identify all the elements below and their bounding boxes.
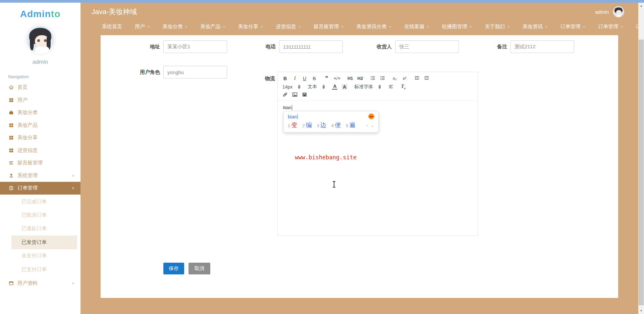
tab-close-icon[interactable]: × [147, 24, 150, 29]
indent-icon [424, 75, 429, 81]
tab-close-icon[interactable]: × [621, 24, 623, 29]
sidebar-item-beauty-category[interactable]: 美妆分类 [0, 106, 80, 119]
save-button[interactable]: 保存 [163, 263, 184, 274]
cancel-button[interactable]: 取消 [189, 263, 210, 274]
user-avatar[interactable] [25, 24, 56, 55]
tab-close-icon[interactable]: × [185, 24, 188, 29]
topbar-username[interactable]: admin [595, 9, 609, 15]
tab-close-icon[interactable]: × [583, 24, 586, 29]
ordered-list-button[interactable] [370, 75, 375, 82]
alignment-button[interactable] [388, 84, 393, 90]
sidebar-item-order-mgmt[interactable]: 订单管理 ∧ [0, 182, 80, 195]
ime-candidate[interactable]: 2编 [302, 121, 312, 129]
editor-content[interactable]: bian bian 1变 2编 3边 4便 5遍 ›⌄ [278, 101, 478, 235]
tab[interactable]: 在线客服× [401, 21, 432, 32]
tab-close-icon[interactable]: × [545, 24, 548, 29]
bullet-list-button[interactable] [380, 75, 385, 82]
sidebar-item-home[interactable]: 首页 [0, 81, 80, 94]
heading2-button[interactable]: H2 [358, 76, 363, 81]
user-role-label: 用户角色 [123, 69, 160, 75]
user-role-input[interactable] [163, 66, 227, 78]
app-logo[interactable]: Adminto [0, 3, 80, 19]
underline-button[interactable]: U [302, 76, 307, 81]
scrollbar-thumb[interactable] [639, 40, 644, 305]
ime-logo-icon[interactable] [368, 113, 374, 119]
font-size-select[interactable]: 14px [282, 84, 301, 90]
tab[interactable]: 美妆分类× [160, 21, 191, 32]
tab-close-icon[interactable]: × [427, 24, 429, 29]
ime-candidate[interactable]: 5遍 [346, 121, 355, 129]
image-button[interactable] [292, 92, 298, 98]
tab[interactable]: 美妆产品× [198, 21, 228, 32]
tab[interactable]: 美妆分享× [235, 21, 266, 32]
indent-button[interactable] [424, 75, 429, 82]
scroll-down-icon[interactable]: ▼ [638, 309, 644, 312]
submenu-paid-orders[interactable]: 已支付订单 [0, 263, 80, 276]
submenu-unpaid-orders[interactable]: 未支付订单 [0, 249, 80, 263]
tab[interactable]: 订单管理× [633, 21, 638, 32]
ime-candidate[interactable]: 4便 [331, 121, 341, 129]
tab-label: 订单管理 [560, 23, 581, 30]
vertical-scrollbar[interactable]: ▲ ▼ [638, 3, 644, 314]
tab-close-icon[interactable]: × [223, 24, 225, 29]
ime-candidate[interactable]: 1变 [288, 121, 297, 129]
heading1-button[interactable]: H1 [347, 76, 353, 81]
tab-close-icon[interactable]: × [389, 24, 392, 29]
paragraph-format-select[interactable]: 文本 [308, 84, 325, 90]
tab[interactable]: 轮播图管理× [439, 21, 475, 32]
submenu-label: 已发货订单 [21, 239, 47, 246]
ime-expand-icon[interactable]: ⌄ [371, 123, 374, 128]
topbar-avatar[interactable] [613, 6, 624, 17]
superscript-button[interactable]: x² [402, 76, 407, 81]
font-family-select[interactable]: 标准字体 [354, 84, 381, 90]
sidebar-item-message-board[interactable]: 留言板管理 [0, 157, 80, 169]
user-icon [9, 173, 14, 178]
logistics-richtext-editor: B I U S ❞ </> H1 H2 x₂ x² 14px [277, 72, 478, 236]
italic-button[interactable]: I [292, 76, 298, 81]
ime-candidate[interactable]: 3边 [317, 121, 326, 129]
submenu-cancelled-orders[interactable]: 已取消订单 [0, 208, 80, 222]
link-button[interactable] [282, 92, 288, 98]
editor-toolbar: B I U S ❞ </> H1 H2 x₂ x² 14px [278, 72, 478, 101]
bold-button[interactable]: B [282, 76, 288, 81]
text-color-button[interactable]: A [332, 84, 337, 90]
tab-system-home[interactable]: 系统首页 [99, 21, 125, 32]
sidebar-item-system-mgmt[interactable]: 系统管理 ∨ [0, 169, 80, 182]
note-input[interactable] [511, 40, 574, 53]
sidebar-item-users[interactable]: 用户 [0, 94, 80, 107]
submenu-completed-orders[interactable]: 已完成订单 [0, 195, 80, 208]
address-input[interactable] [163, 40, 227, 53]
receiver-input[interactable] [395, 40, 459, 53]
strikethrough-button[interactable]: S [312, 76, 317, 81]
blockquote-button[interactable]: ❞ [324, 77, 329, 80]
clear-format-button[interactable]: Tx [400, 84, 406, 90]
tab[interactable]: 关于我们× [482, 21, 513, 32]
tab[interactable]: 美妆资讯分类× [354, 21, 394, 32]
submenu-shipped-orders[interactable]: 已发货订单 [11, 235, 77, 249]
outdent-button[interactable] [414, 75, 420, 82]
scroll-up-icon[interactable]: ▲ [638, 4, 644, 7]
tab-close-icon[interactable]: × [298, 24, 301, 29]
code-button[interactable]: </> [334, 76, 340, 81]
ime-next-page-icon[interactable]: › [367, 123, 368, 128]
tab[interactable]: 进货信息× [273, 21, 304, 32]
sidebar-item-purchase-info[interactable]: 进货信息 [0, 144, 80, 157]
sidebar-item-user-profile[interactable]: 用户资料 ∨ [0, 277, 80, 290]
tab-close-icon[interactable]: × [341, 24, 344, 29]
phone-input[interactable] [279, 40, 343, 53]
grid-icon [9, 135, 14, 140]
submenu-refunded-orders[interactable]: 已退款订单 [0, 222, 80, 235]
subscript-button[interactable]: x₂ [392, 76, 397, 81]
tab-close-icon[interactable]: × [507, 24, 510, 29]
tab[interactable]: 留言板管理× [311, 21, 346, 32]
video-button[interactable] [302, 92, 307, 98]
highlight-color-button[interactable]: A [342, 84, 347, 90]
tab-close-icon[interactable]: × [261, 24, 263, 29]
tab[interactable]: 订单管理× [558, 21, 588, 32]
sidebar-item-beauty-product[interactable]: 美妆产品 [0, 119, 80, 132]
tab-close-icon[interactable]: × [470, 24, 472, 29]
tab[interactable]: 用户× [132, 21, 153, 32]
sidebar-item-beauty-share[interactable]: 美妆分享 [0, 132, 80, 144]
tab[interactable]: 美妆资讯× [520, 21, 550, 32]
tab[interactable]: 订单管理× [595, 21, 626, 32]
